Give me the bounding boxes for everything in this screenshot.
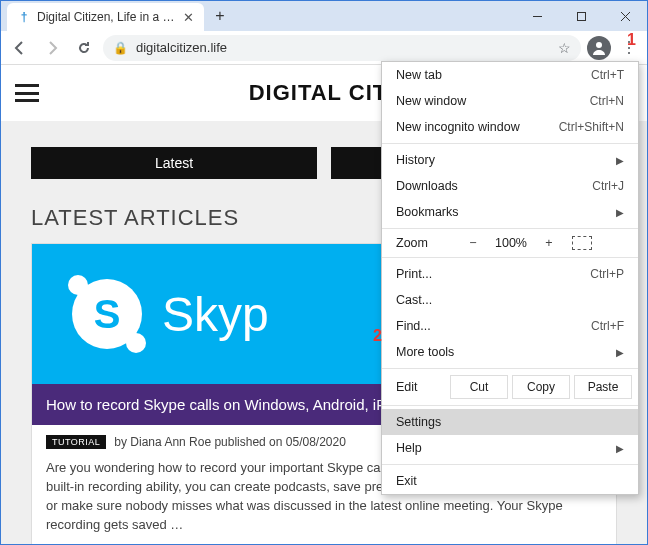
browser-tab[interactable]: † Digital Citizen, Life in a digital wo … [7,3,204,31]
tab-title: Digital Citizen, Life in a digital wo [37,10,177,24]
fullscreen-icon[interactable] [572,236,592,250]
zoom-out-button[interactable]: − [460,236,486,250]
chevron-right-icon: ▶ [616,155,624,166]
forward-button[interactable] [39,35,65,61]
bookmark-star-icon[interactable]: ☆ [558,40,571,56]
lock-icon: 🔒 [113,41,128,55]
annotation-1: 1 [627,31,636,49]
menu-cast[interactable]: Cast... [382,287,638,313]
menu-paste[interactable]: Paste [574,375,632,399]
toolbar: 🔒 digitalcitizen.life ☆ ⋮ [1,31,647,65]
minimize-button[interactable] [515,1,559,31]
menu-incognito[interactable]: New incognito windowCtrl+Shift+N [382,114,638,140]
tab-latest[interactable]: Latest [31,147,317,179]
menu-history[interactable]: History▶ [382,147,638,173]
menu-edit-row: Edit Cut Copy Paste [382,372,638,402]
svg-rect-1 [577,12,585,20]
hamburger-icon[interactable] [15,84,39,102]
menu-downloads[interactable]: DownloadsCtrl+J [382,173,638,199]
chevron-right-icon: ▶ [616,207,624,218]
chevron-right-icon: ▶ [616,347,624,358]
menu-new-tab[interactable]: New tabCtrl+T [382,62,638,88]
annotation-2: 2 [373,327,382,345]
menu-settings[interactable]: Settings [382,409,638,435]
favicon-icon: † [17,10,31,24]
category-badge: TUTORIAL [46,435,106,449]
profile-avatar[interactable] [587,36,611,60]
menu-new-window[interactable]: New windowCtrl+N [382,88,638,114]
chevron-right-icon: ▶ [616,443,624,454]
tab-strip: † Digital Citizen, Life in a digital wo … [1,1,515,31]
hero-text: Skyp [162,287,269,342]
new-tab-button[interactable]: + [208,4,232,28]
maximize-button[interactable] [559,1,603,31]
menu-more-tools[interactable]: More tools▶ [382,339,638,365]
chrome-menu: New tabCtrl+T New windowCtrl+N New incog… [381,61,639,495]
window-controls [515,1,647,31]
close-tab-icon[interactable]: ✕ [183,10,194,25]
titlebar: † Digital Citizen, Life in a digital wo … [1,1,647,31]
menu-zoom: Zoom − 100% + [382,232,638,254]
close-window-button[interactable] [603,1,647,31]
zoom-value: 100% [490,236,532,250]
skype-icon: S [72,279,142,349]
menu-print[interactable]: Print...Ctrl+P [382,261,638,287]
menu-find[interactable]: Find...Ctrl+F [382,313,638,339]
reload-button[interactable] [71,35,97,61]
zoom-in-button[interactable]: + [536,236,562,250]
menu-help[interactable]: Help▶ [382,435,638,461]
menu-exit[interactable]: Exit [382,468,638,494]
byline: by Diana Ann Roe published on 05/08/2020 [114,435,346,449]
menu-copy[interactable]: Copy [512,375,570,399]
back-button[interactable] [7,35,33,61]
url-text: digitalcitizen.life [136,40,227,55]
svg-point-4 [596,42,602,48]
menu-bookmarks[interactable]: Bookmarks▶ [382,199,638,225]
menu-cut[interactable]: Cut [450,375,508,399]
address-bar[interactable]: 🔒 digitalcitizen.life ☆ [103,35,581,61]
